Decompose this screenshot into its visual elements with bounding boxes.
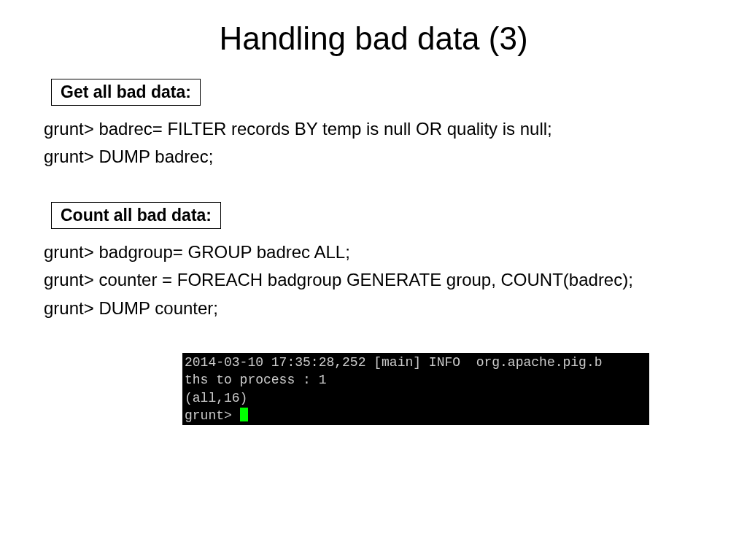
code-line: grunt> badgroup= GROUP badrec ALL;	[44, 241, 711, 264]
cursor-icon	[240, 408, 248, 421]
terminal-prompt: grunt>	[185, 408, 240, 423]
terminal-output: 2014-03-10 17:35:28,252 [main] INFO org.…	[182, 353, 649, 425]
label-get-all-bad-data: Get all bad data:	[51, 79, 201, 106]
terminal-line: 2014-03-10 17:35:28,252 [main] INFO org.…	[185, 355, 603, 370]
label-count-all-bad-data: Count all bad data:	[51, 202, 221, 229]
section-get-bad-data: Get all bad data: grunt> badrec= FILTER …	[44, 79, 711, 169]
code-line: grunt> DUMP counter;	[44, 297, 711, 320]
slide-content: Get all bad data: grunt> badrec= FILTER …	[0, 79, 747, 425]
slide-title: Handling bad data (3)	[0, 20, 747, 57]
code-line: grunt> counter = FOREACH badgroup GENERA…	[44, 268, 711, 292]
terminal-line: (all,16)	[185, 391, 247, 405]
terminal-line: ths to process : 1	[185, 373, 326, 387]
code-line: grunt> badrec= FILTER records BY temp is…	[44, 117, 711, 141]
section-count-bad-data: Count all bad data: grunt> badgroup= GRO…	[44, 202, 711, 320]
code-line: grunt> DUMP badrec;	[44, 145, 711, 168]
